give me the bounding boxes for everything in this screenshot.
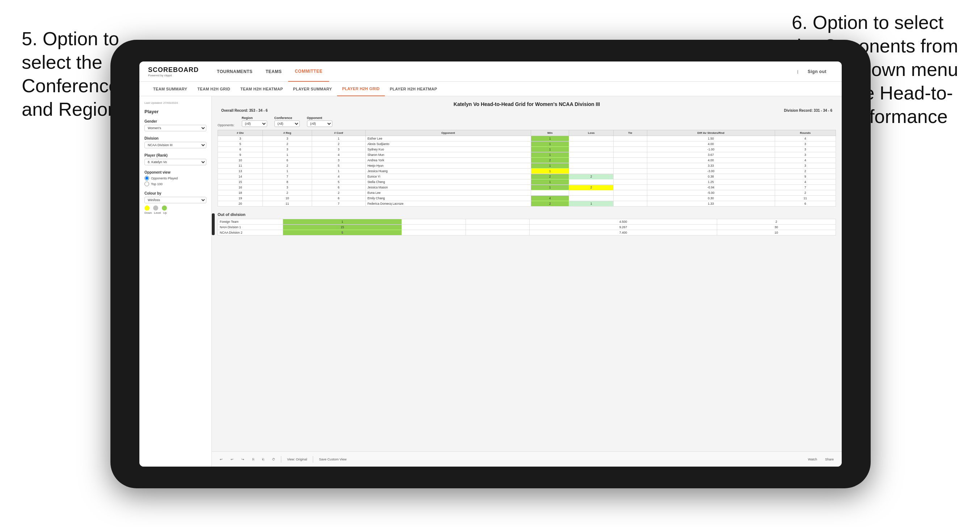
circle-up xyxy=(162,205,167,211)
cell-div: 6 xyxy=(218,147,263,152)
cell-opponent: Euna Lee xyxy=(365,190,531,196)
cell-rounds: 3 xyxy=(775,152,835,158)
colour-circles xyxy=(145,205,206,211)
toolbar-view-original[interactable]: View: Original xyxy=(285,457,309,462)
col-reg: # Reg xyxy=(263,130,312,136)
main-content: Last Updated: 27/03/2024 Player Gender W… xyxy=(139,96,842,467)
ood-cell-diff: 9.267 xyxy=(530,225,717,230)
cell-rounds: 4 xyxy=(775,179,835,185)
sidebar-opponent-view-label: Opponent view xyxy=(145,170,206,175)
logo-sub: Powered by clippd xyxy=(148,74,199,77)
out-of-division-table: Foreign Team 1 4.500 2 NAIA Division 1 1… xyxy=(218,219,836,235)
nav-items: TOURNAMENTS TEAMS COMMITTEE xyxy=(210,62,797,82)
cell-rounds: 2 xyxy=(775,168,835,174)
radio-opponents-played[interactable]: Opponents Played xyxy=(145,176,206,181)
tablet-shell: SCOREBOARD Powered by clippd TOURNAMENTS… xyxy=(110,40,871,488)
cell-opponent: Alexis Sudjianto xyxy=(365,141,531,147)
sub-nav-team-summary[interactable]: TEAM SUMMARY xyxy=(148,82,192,96)
table-row: 3 3 1 Esther Lee 1 1.50 4 xyxy=(218,136,836,141)
toolbar-watch[interactable]: Watch xyxy=(806,457,819,462)
toolbar-undo[interactable]: ↩ xyxy=(218,457,225,462)
table-row: 14 7 4 Eunice Yi 2 2 0.38 9 xyxy=(218,174,836,179)
toolbar-copy[interactable]: ⎘ xyxy=(250,457,256,462)
radio-top100-input[interactable] xyxy=(145,182,149,186)
toolbar-undo2[interactable]: ↩ xyxy=(228,457,235,462)
toolbar-save-custom[interactable]: Save Custom View xyxy=(317,457,348,462)
cell-conf: 1 xyxy=(312,168,365,174)
cell-conf: 2 xyxy=(312,141,365,147)
cell-reg: 1 xyxy=(263,168,312,174)
cell-tie xyxy=(613,174,647,179)
conference-filter-label: Conference xyxy=(274,116,300,120)
cell-win xyxy=(531,190,569,196)
cell-opponent: Jessica Huang xyxy=(365,168,531,174)
cell-diff: 1.25 xyxy=(647,179,775,185)
sub-nav-team-h2h-heatmap[interactable]: TEAM H2H HEATMAP xyxy=(235,82,288,96)
sub-nav-player-summary[interactable]: PLAYER SUMMARY xyxy=(288,82,337,96)
radio-opponents-played-input[interactable] xyxy=(145,176,149,181)
sub-nav-player-h2h-heatmap[interactable]: PLAYER H2H HEATMAP xyxy=(385,82,442,96)
cell-div: 11 xyxy=(218,163,263,168)
region-filter-label: Region xyxy=(242,116,267,120)
sidebar-gender-select[interactable]: Women's Men's xyxy=(145,125,206,131)
last-updated: Last Updated: 27/03/2024 xyxy=(145,101,206,105)
nav-item-committee[interactable]: COMMITTEE xyxy=(288,62,329,82)
ood-cell-win: 15 xyxy=(283,225,402,230)
filter-row-inner: Opponents: xyxy=(218,123,235,127)
right-content: Katelyn Vo Head-to-Head Grid for Women's… xyxy=(212,96,842,467)
toolbar-share[interactable]: Share xyxy=(823,457,836,462)
cell-opponent: Sharon Mun xyxy=(365,152,531,158)
cell-win: 1 xyxy=(531,168,569,174)
sub-nav-player-h2h-grid[interactable]: PLAYER H2H GRID xyxy=(337,82,385,96)
table-row: 10 6 3 Andrea York 2 4.00 4 xyxy=(218,158,836,163)
cell-conf: 5 xyxy=(312,179,365,185)
cell-win: 2 xyxy=(531,174,569,179)
sidebar-player-rank-section: Player (Rank) 8. Katelyn Vo xyxy=(145,153,206,165)
cell-tie xyxy=(613,152,647,158)
toolbar-sep1 xyxy=(281,456,281,463)
conference-filter-select[interactable]: (All) xyxy=(274,121,300,127)
filter-row: Opponents: Region (All) Conference (All) xyxy=(218,116,836,127)
nav-item-tournaments[interactable]: TOURNAMENTS xyxy=(210,62,259,82)
toolbar-sep2 xyxy=(313,456,313,463)
col-opponent: Opponent xyxy=(365,130,531,136)
ood-cell-loss xyxy=(402,219,466,225)
col-diff: Diff Av Strokes/Rnd xyxy=(647,130,775,136)
toolbar-redo[interactable]: ↪ xyxy=(239,457,247,462)
table-row: 15 8 5 Stella Cheng 1 1.25 4 xyxy=(218,179,836,185)
filter-group-region: Region (All) xyxy=(242,116,267,127)
filter-group-conference: Conference (All) xyxy=(274,116,300,127)
sub-nav-team-h2h-grid[interactable]: TEAM H2H GRID xyxy=(192,82,235,96)
cell-loss: 1 xyxy=(569,201,613,206)
cell-loss xyxy=(569,168,613,174)
table-row: 18 2 2 Euna Lee -5.00 2 xyxy=(218,190,836,196)
region-filter-select[interactable]: (All) xyxy=(242,121,267,127)
cell-loss: 2 xyxy=(569,174,613,179)
records-row: Overall Record: 353 - 34 - 6 Division Re… xyxy=(218,108,836,113)
table-row: 11 2 5 Heejo Hyun 1 3.33 3 xyxy=(218,163,836,168)
table-row: 20 11 7 Federica Domecq Lacroze 2 1 1.33… xyxy=(218,201,836,206)
sidebar-player-rank-select[interactable]: 8. Katelyn Vo xyxy=(145,159,206,165)
cell-conf: 5 xyxy=(312,163,365,168)
opponent-filter-select[interactable]: (All) xyxy=(307,121,332,127)
radio-top100-label: Top 100 xyxy=(151,182,162,186)
cell-reg: 6 xyxy=(263,158,312,163)
radio-top100[interactable]: Top 100 xyxy=(145,182,206,186)
cell-win: 1 xyxy=(531,179,569,185)
sidebar-division-select[interactable]: NCAA Division III xyxy=(145,142,206,148)
cell-opponent: Heejo Hyun xyxy=(365,163,531,168)
ood-cell-tie xyxy=(466,230,529,235)
nav-item-teams[interactable]: TEAMS xyxy=(259,62,288,82)
tablet-side-button xyxy=(212,213,215,235)
cell-diff: 3.33 xyxy=(647,163,775,168)
cell-div: 19 xyxy=(218,196,263,201)
col-loss: Loss xyxy=(569,130,613,136)
cell-reg: 3 xyxy=(263,185,312,190)
sidebar-colour-select[interactable]: Win/loss xyxy=(145,197,206,203)
sidebar-gender-label: Gender xyxy=(145,119,206,123)
toolbar-paste[interactable]: ⎗ xyxy=(260,457,266,462)
cell-win: 2 xyxy=(531,201,569,206)
cell-div: 3 xyxy=(218,136,263,141)
toolbar-clock[interactable]: ⏱ xyxy=(270,457,277,462)
sign-out-link[interactable]: Sign out xyxy=(801,62,833,82)
